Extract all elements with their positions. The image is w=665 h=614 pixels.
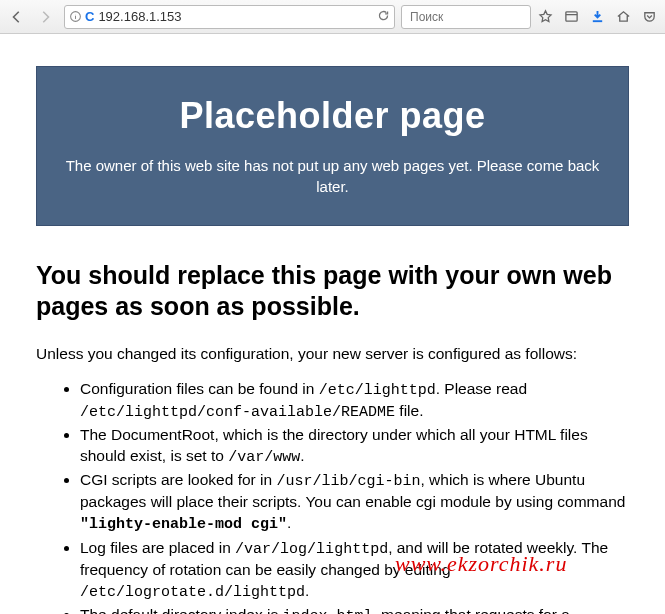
main-heading: You should replace this page with your o… xyxy=(36,260,629,323)
bookmark-star-icon[interactable] xyxy=(533,4,557,30)
bookmarks-menu-icon[interactable] xyxy=(559,4,583,30)
back-button[interactable] xyxy=(4,4,30,30)
downloads-icon[interactable] xyxy=(585,4,609,30)
reload-icon-small: C xyxy=(85,9,94,24)
page-content: Placeholder page The owner of this web s… xyxy=(0,34,665,614)
browser-toolbar: C xyxy=(0,0,665,34)
svg-rect-7 xyxy=(592,20,601,22)
home-icon[interactable] xyxy=(611,4,635,30)
list-item: Log files are placed in /var/log/lighttp… xyxy=(80,538,629,603)
reload-button[interactable] xyxy=(377,9,390,25)
search-bar[interactable] xyxy=(401,5,531,29)
pocket-icon[interactable] xyxy=(637,4,661,30)
svg-rect-5 xyxy=(565,12,576,21)
list-item: Configuration files can be found in /etc… xyxy=(80,379,629,424)
config-list: Configuration files can be found in /etc… xyxy=(36,379,629,615)
banner-subtitle: The owner of this web site has not put u… xyxy=(55,155,610,197)
list-item: The default directory index is index.htm… xyxy=(80,605,629,614)
banner: Placeholder page The owner of this web s… xyxy=(36,66,629,226)
list-item: CGI scripts are looked for in /usr/lib/c… xyxy=(80,470,629,535)
list-item: The DocumentRoot, which is the directory… xyxy=(80,425,629,468)
url-bar[interactable]: C xyxy=(64,5,395,29)
banner-title: Placeholder page xyxy=(55,95,610,137)
url-input[interactable] xyxy=(98,9,373,24)
identity-icon[interactable]: C xyxy=(69,9,94,24)
intro-text: Unless you changed its configuration, yo… xyxy=(36,345,629,363)
forward-button[interactable] xyxy=(32,4,58,30)
